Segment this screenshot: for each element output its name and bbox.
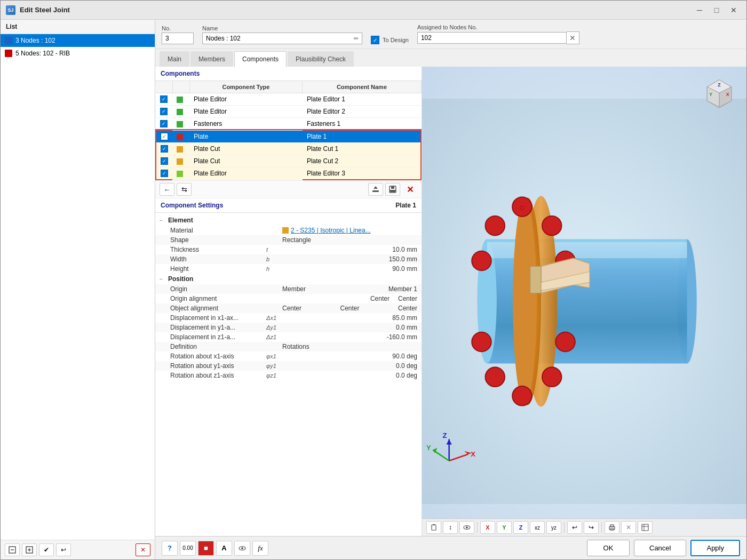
apply-button[interactable]: Apply (690, 540, 740, 556)
main-window: SJ Edit Steel Joint ─ □ ✕ List 3 Nodes :… (0, 0, 747, 560)
vp-btn-print[interactable] (605, 521, 619, 534)
tab-main[interactable]: Main (160, 51, 189, 67)
no-input[interactable]: 3 (162, 33, 194, 44)
comp-move-up-btn[interactable]: ← (160, 183, 174, 196)
table-row[interactable]: ✓ Plate Editor Plate Editor 2 (156, 106, 421, 118)
vp-btn-cross[interactable]: ✕ (621, 521, 636, 534)
formula-btn[interactable]: fx (252, 541, 268, 556)
comp-type-cell: Plate Cut (189, 143, 303, 155)
vp-btn-xz[interactable]: xz (530, 521, 545, 534)
vp-btn-rotate-right[interactable]: ↪ (584, 521, 599, 534)
color-indicator (177, 109, 183, 115)
table-row[interactable]: ✓ Plate Cut Plate Cut 1 (156, 143, 421, 155)
list-item-1[interactable]: 3 Nodes : 102 (1, 34, 155, 47)
height-symbol: h (266, 266, 282, 272)
vp-btn-eye[interactable] (459, 521, 474, 534)
left-tool-btn-2[interactable] (22, 543, 37, 556)
to-design-checkbox[interactable]: ✓ (371, 36, 379, 44)
comp-name-cell: Plate 1 (303, 130, 421, 143)
tab-components[interactable]: Components (234, 51, 287, 67)
disp-z-label: Displacement in z1-a... (170, 333, 266, 341)
list-item-2[interactable]: 5 Nodes: 102 - RIB (1, 47, 155, 60)
tree-row-object-align: Object alignment CenterCenterCenter (155, 303, 422, 313)
list-item-icon-1 (5, 37, 12, 44)
left-tool-btn-3[interactable]: ✔ (39, 543, 54, 556)
assigned-clear-btn[interactable]: ✕ (567, 31, 579, 44)
visibility-btn[interactable] (234, 541, 250, 556)
assigned-input[interactable] (417, 32, 567, 44)
table-row[interactable]: ✓ Fasteners Fasteners 1 (156, 118, 421, 131)
ok-button[interactable]: OK (587, 540, 630, 556)
edit-icon[interactable]: ✏ (354, 35, 359, 42)
left-pane: Components Component Type Component Name (155, 67, 422, 536)
comp-import-btn[interactable] (368, 183, 383, 196)
maximize-button[interactable]: □ (709, 4, 724, 16)
svg-point-27 (472, 251, 491, 270)
svg-point-23 (542, 367, 561, 387)
comp-name-cell: Plate Editor 2 (303, 106, 421, 118)
row-checkbox[interactable]: ✓ (160, 120, 168, 127)
vp-btn-z[interactable]: Z (513, 521, 528, 534)
vp-btn-move[interactable]: ↕ (443, 521, 458, 534)
svg-rect-55 (642, 524, 648, 531)
svg-point-28 (486, 216, 505, 235)
left-tool-btn-4[interactable]: ↩ (56, 543, 71, 556)
material-value: 2 - S235 | Isotropic | Linea... (282, 227, 417, 234)
row-checkbox[interactable]: ✓ (160, 95, 168, 103)
vp-btn-x[interactable]: X (480, 521, 495, 534)
value-display-btn[interactable]: 0.00 (180, 541, 196, 556)
svg-text:⬡: ⬡ (520, 205, 525, 211)
comp-move-down-btn[interactable]: ⇆ (177, 183, 192, 196)
comp-delete-btn[interactable]: ✕ (402, 183, 417, 196)
table-row[interactable]: ✓ Plate Editor Plate Editor 1 (156, 93, 421, 106)
font-btn[interactable]: A (216, 541, 232, 556)
shape-label: Shape (170, 236, 266, 244)
no-label: No. (162, 25, 194, 31)
svg-marker-6 (374, 186, 378, 189)
row-checkbox[interactable]: ✓ (160, 108, 168, 115)
row-checkbox[interactable]: ✓ (161, 170, 168, 177)
tree-row-disp-x: Displacement in x1-ax... Δx1 85.0 mm (155, 313, 422, 323)
vp-btn-rotate-left[interactable]: ↩ (567, 521, 582, 534)
table-row[interactable]: ✓ Plate Editor Plate Editor 3 (156, 167, 421, 180)
name-input[interactable]: Nodes : 102 ✏ (202, 33, 362, 44)
tree-row-shape: Shape Rectangle (155, 235, 422, 245)
row-checkbox[interactable]: ✓ (161, 157, 168, 165)
svg-text:Y: Y (709, 92, 712, 97)
row-checkbox[interactable]: ✓ (161, 133, 168, 140)
tree-row-material[interactable]: Material 2 - S235 | Isotropic | Linea... (155, 226, 422, 235)
tab-members[interactable]: Members (190, 51, 233, 67)
table-row[interactable]: ✓ Plate Cut Plate Cut 2 (156, 155, 421, 167)
to-design-field: ✓ To Design (371, 36, 409, 44)
table-row-selected[interactable]: ✓ Plate Plate 1 (156, 130, 421, 143)
row-checkbox[interactable]: ✓ (161, 145, 168, 153)
element-group-header[interactable]: − Element (155, 215, 422, 226)
minimize-button[interactable]: ─ (692, 4, 707, 16)
cancel-button[interactable]: Cancel (634, 540, 686, 556)
settings-section-header: Component Settings Plate 1 (155, 198, 422, 213)
tab-plausibility[interactable]: Plausibility Check (288, 51, 354, 67)
vp-btn-settings[interactable] (638, 521, 653, 534)
tree-row-rot-y: Rotation about y1-axis φy1 0.0 deg (155, 361, 422, 371)
assigned-input-row: ✕ (417, 31, 579, 44)
left-tool-btn-1[interactable] (5, 543, 20, 556)
comp-save-btn[interactable] (385, 183, 400, 196)
title-controls: ─ □ ✕ (692, 4, 741, 16)
close-button[interactable]: ✕ (726, 4, 741, 16)
position-group-label: Position (168, 275, 193, 283)
vp-btn-yz[interactable]: yz (546, 521, 561, 534)
position-group-header[interactable]: − Position (155, 274, 422, 284)
list-item-icon-2 (5, 50, 12, 57)
disp-y-symbol: Δy1 (266, 324, 282, 331)
tree-group-position: − Position Origin MemberMember 1 (155, 274, 422, 380)
vp-btn-y[interactable]: Y (497, 521, 512, 534)
left-tool-delete-btn[interactable]: ✕ (136, 543, 150, 556)
left-toolbar: ✔ ↩ ✕ (1, 540, 155, 559)
cube-navigator[interactable]: X Y Z (701, 75, 738, 113)
color-indicator (177, 134, 183, 140)
svg-rect-5 (372, 190, 379, 192)
color-btn[interactable]: ■ (198, 541, 214, 556)
origin-value: MemberMember 1 (282, 285, 417, 293)
help-button[interactable]: ? (162, 541, 178, 556)
vp-btn-clipboard[interactable] (426, 521, 441, 534)
